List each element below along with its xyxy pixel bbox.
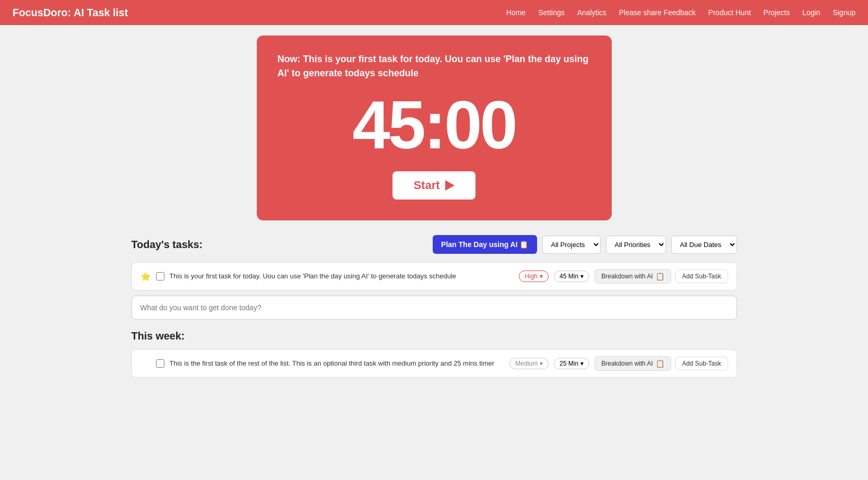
task-checkbox[interactable] <box>156 272 164 280</box>
todays-tasks-title: Today's tasks: <box>132 239 203 251</box>
breakdown-with-ai-button[interactable]: Breakdown with AI 📋 <box>594 356 671 371</box>
add-subtask-button[interactable]: Add Sub-Task <box>675 357 728 370</box>
timer-card: Now: This is your first task for today. … <box>257 36 612 220</box>
chevron-down-icon: ▾ <box>580 360 584 367</box>
doc-icon: 📋 <box>656 359 664 368</box>
time-badge[interactable]: 25 Min ▾ <box>554 358 589 369</box>
nav-product-hunt[interactable]: Product Hunt <box>708 8 751 17</box>
timer-display: 45:00 <box>278 91 591 159</box>
nav-projects[interactable]: Projects <box>764 8 790 17</box>
task-text: This is your first task for today. Uou c… <box>170 272 514 281</box>
priority-badge[interactable]: High ▾ <box>519 271 549 282</box>
priorities-filter[interactable]: All Priorities <box>606 236 666 254</box>
task-checkbox[interactable] <box>156 359 164 368</box>
breakdown-with-ai-button[interactable]: Breakdown with AI 📋 <box>594 269 671 284</box>
nav-signup[interactable]: Signup <box>833 8 855 17</box>
due-dates-filter[interactable]: All Due Dates <box>671 236 737 254</box>
task-actions: Breakdown with AI 📋 Add Sub-Task <box>594 269 728 284</box>
nav-home[interactable]: Home <box>506 8 526 17</box>
task-text: This is the first task of the rest of th… <box>170 359 505 368</box>
timer-message: Now: This is your first task for today. … <box>278 52 591 80</box>
play-icon <box>445 180 455 191</box>
table-row: ⭐ This is the first task of the rest of … <box>132 349 737 378</box>
projects-filter[interactable]: All Projects <box>542 236 601 254</box>
priority-badge[interactable]: Medium ▾ <box>509 358 549 369</box>
doc-icon: 📋 <box>656 272 664 280</box>
chevron-down-icon: ▾ <box>580 273 584 280</box>
plan-day-button[interactable]: Plan The Day using AI 📋 <box>433 235 537 254</box>
add-subtask-button[interactable]: Add Sub-Task <box>675 270 728 283</box>
time-badge[interactable]: 45 Min ▾ <box>554 271 589 282</box>
navbar: FocusDoro: AI Task list Home Settings An… <box>0 0 868 25</box>
start-label: Start <box>413 179 439 192</box>
star-placeholder: ⭐ <box>140 359 151 369</box>
chevron-down-icon: ▾ <box>540 273 543 280</box>
task-actions: Breakdown with AI 📋 Add Sub-Task <box>594 356 728 371</box>
nav-links: Home Settings Analytics Please share Fee… <box>506 8 855 17</box>
nav-settings[interactable]: Settings <box>538 8 565 17</box>
filters-area: Plan The Day using AI 📋 All Projects All… <box>433 235 736 254</box>
brand: FocusDoro: AI Task list <box>13 7 128 19</box>
todays-tasks-header: Today's tasks: Plan The Day using AI 📋 A… <box>132 235 737 254</box>
nav-analytics[interactable]: Analytics <box>577 8 607 17</box>
nav-login[interactable]: Login <box>802 8 820 17</box>
start-button[interactable]: Start <box>393 171 475 200</box>
add-task-input[interactable] <box>132 296 737 320</box>
this-week-title: This week: <box>132 330 737 342</box>
star-icon: ⭐ <box>140 272 151 282</box>
main-content: Now: This is your first task for today. … <box>121 25 747 393</box>
table-row: ⭐ This is your first task for today. Uou… <box>132 262 737 290</box>
chevron-down-icon: ▾ <box>540 360 543 367</box>
nav-feedback[interactable]: Please share Feedback <box>619 8 696 17</box>
